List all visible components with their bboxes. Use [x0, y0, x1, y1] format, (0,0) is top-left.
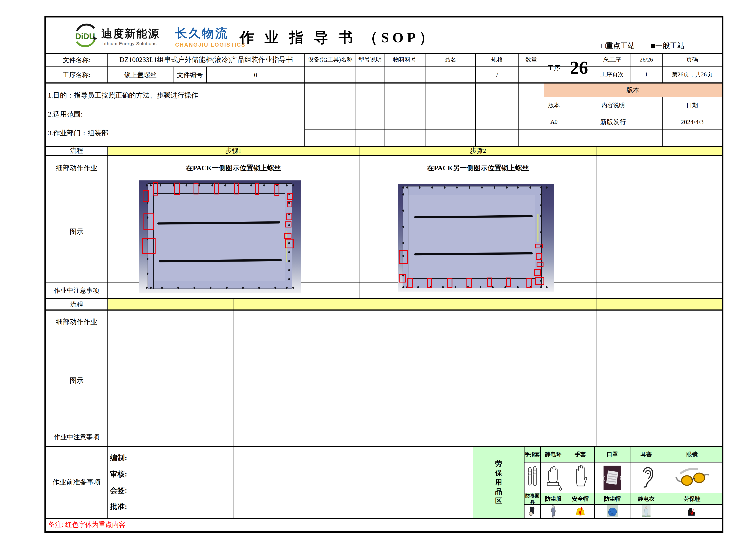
gas-mask-icon — [528, 505, 537, 518]
ppe-image-cell — [541, 463, 566, 493]
caution-label-1: 作业中注意事项 — [46, 283, 108, 299]
divider — [46, 146, 722, 147]
empty-cell — [356, 114, 385, 130]
equipment-name-label: 设备(治工具)名称 — [305, 53, 356, 67]
pack-frame-top — [148, 184, 292, 194]
didu-logo-en: Lithium Energy Solutions — [101, 41, 160, 46]
screw-dot — [546, 286, 548, 288]
flow-label-1: 流程 — [46, 146, 108, 155]
screw-dot — [286, 184, 287, 186]
ppe-label-gloves: 手套 — [566, 447, 595, 463]
screw-position-highlight — [274, 184, 280, 196]
screw-dot — [186, 184, 187, 186]
empty-cell — [519, 114, 544, 130]
finger-cots-icon — [525, 464, 540, 492]
safety-glasses-icon — [673, 464, 711, 492]
version-desc-value: 新版发行 — [564, 114, 662, 130]
total-process-value: 26/26 — [631, 53, 662, 67]
screw-dot — [506, 186, 508, 189]
empty-cell — [476, 130, 519, 146]
empty-cell — [305, 83, 356, 97]
pack-diagram-step1 — [139, 181, 301, 293]
ear-icon — [636, 464, 656, 492]
empty-cell — [385, 83, 425, 97]
prep-label: 作业前准备事项 — [46, 447, 108, 518]
divider — [46, 82, 722, 84]
screw-dot — [288, 251, 290, 253]
spec-label: 规格 — [476, 53, 519, 67]
ppe-image-cell — [525, 463, 541, 493]
screw-position-highlight — [287, 201, 292, 208]
file-name-value: DZ100233L1组串式户外储能柜(液冷)产品组装作业指导书 — [108, 53, 305, 67]
screw-position-highlight — [487, 277, 492, 287]
screw-dot — [540, 193, 542, 196]
empty-cell — [475, 427, 597, 447]
doc-no-label: 文件编号 — [174, 67, 207, 83]
ppe-image-cell — [525, 505, 541, 518]
empty-cell — [476, 97, 519, 114]
esd-wrist-strap-icon — [544, 464, 563, 492]
ppe-label-safety-shoes: 劳保鞋 — [662, 493, 722, 505]
empty-cell — [356, 83, 385, 97]
screw-dot — [199, 184, 200, 186]
screw-dot — [292, 287, 294, 289]
screw-dot — [288, 260, 290, 262]
screw-position-highlight — [427, 278, 432, 288]
empty-cell — [425, 130, 476, 146]
screw-dot — [431, 186, 433, 189]
sign-reviewed-label: 审核: — [110, 469, 127, 479]
empty-cell — [519, 83, 544, 97]
process-name-label: 工序名称: — [46, 67, 108, 83]
empty-cell — [385, 130, 425, 146]
sign-countersign-label: 会签: — [110, 486, 127, 495]
general-station-checkbox: ■一般工站 — [651, 42, 685, 50]
empty-cell — [425, 67, 476, 83]
screw-position-highlight — [285, 239, 294, 248]
screw-dot — [442, 286, 444, 288]
face-mask-icon — [601, 464, 623, 492]
empty-cell — [305, 130, 356, 146]
screw-position-highlight — [399, 250, 408, 264]
empty-cell — [519, 130, 544, 146]
screw-position-highlight — [284, 233, 291, 239]
purpose-line-3: 3.作业部门：组装部 — [48, 128, 108, 138]
screw-position-highlight — [399, 274, 406, 283]
footer-note: 备注: 红色字体为重点内容 — [46, 518, 722, 532]
changjiu-logo-text: 长久物流 CHANGJIU LOGISTICS — [175, 25, 246, 48]
empty-cell — [475, 334, 597, 427]
empty-cell — [305, 97, 356, 114]
screw-dot — [402, 193, 404, 196]
detail-action-label-2: 细部动作作业 — [46, 310, 108, 334]
screw-dot — [161, 287, 163, 289]
ppe-label-glasses: 眼镜 — [662, 447, 722, 463]
process-name-value: 锁上盖螺丝 — [108, 67, 174, 83]
screw-dot — [546, 186, 548, 189]
empty-cell — [356, 67, 385, 83]
diagram-label-1: 图示 — [46, 181, 108, 283]
empty-cell — [108, 427, 233, 447]
ppe-label-finger-cots: 手指套 — [525, 447, 541, 463]
changjiu-logo-en: CHANGJIU LOGISTICS — [175, 42, 246, 48]
flow-label-2: 流程 — [46, 299, 108, 310]
qty-label: 数量 — [519, 53, 544, 67]
screw-dot — [177, 287, 179, 289]
purpose-line-2: 2.适用范围: — [48, 110, 83, 119]
pack-frame-left — [403, 186, 408, 288]
screw-dot — [540, 215, 542, 217]
screw-position-highlight — [407, 278, 413, 288]
ppe-image-cell — [541, 505, 566, 518]
safety-helmet-icon — [575, 505, 585, 518]
screw-position-highlight — [287, 193, 293, 200]
key-station-checkbox: □重点工站 — [601, 42, 635, 50]
dust-cap-icon — [607, 505, 618, 518]
empty-cell — [597, 427, 722, 447]
spec-value: / — [476, 67, 519, 83]
doc-no-value: 0 — [207, 67, 305, 83]
dust-suit-icon — [549, 505, 557, 518]
divider — [46, 67, 722, 67]
page-no-label: 页码 — [662, 53, 722, 67]
screw-dot — [292, 184, 294, 186]
screw-dot — [517, 286, 519, 288]
didu-logo-icon: DiDU — [72, 22, 98, 49]
pack-panel — [148, 183, 292, 289]
